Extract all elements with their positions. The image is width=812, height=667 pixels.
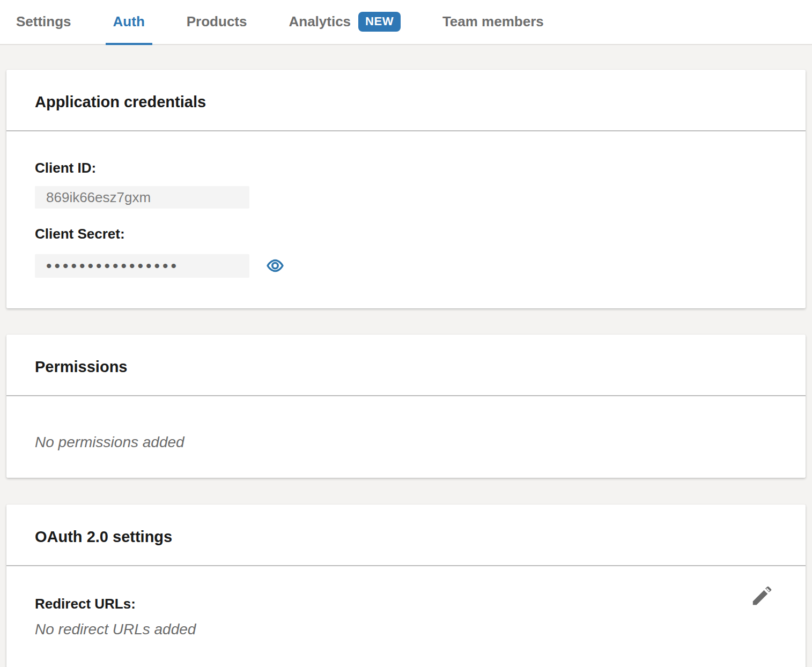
application-credentials-card: Application credentials Client ID: 869ik… [6,70,806,308]
tab-team-members-label: Team members [442,13,544,30]
oauth-settings-body: Redirect URLs: No redirect URLs added [6,566,806,667]
tab-settings-label: Settings [16,13,71,30]
oauth-settings-card: OAuth 2.0 settings Redirect URLs: No red… [6,505,806,667]
application-credentials-title: Application credentials [35,93,206,110]
tab-team-members[interactable]: Team members [435,0,551,45]
permissions-card: Permissions No permissions added [6,335,806,478]
application-credentials-header: Application credentials [6,70,806,131]
client-secret-label: Client Secret: [35,226,777,242]
edit-redirect-urls-button[interactable] [750,583,774,608]
client-secret-row: •••••••••••••••• [35,242,777,278]
permissions-body: No permissions added [6,396,806,478]
tab-products[interactable]: Products [179,0,255,45]
oauth-settings-title: OAuth 2.0 settings [35,528,172,545]
tab-auth[interactable]: Auth [106,0,152,45]
show-secret-button[interactable] [265,258,285,273]
client-secret-value: •••••••••••••••• [35,254,249,278]
tab-analytics[interactable]: Analytics NEW [281,0,408,45]
client-id-label: Client ID: [35,160,777,176]
oauth-settings-header: OAuth 2.0 settings [6,505,806,566]
permissions-title: Permissions [35,358,127,375]
pencil-icon [750,602,774,610]
tab-settings[interactable]: Settings [9,0,79,45]
eye-icon [265,266,285,275]
client-id-value: 869ik66esz7gxm [35,186,249,209]
tab-bar: Settings Auth Products Analytics NEW Tea… [0,0,812,45]
redirect-urls-label: Redirect URLs: [35,596,777,612]
new-badge: NEW [358,12,401,32]
application-credentials-body: Client ID: 869ik66esz7gxm Client Secret:… [6,131,806,308]
no-permissions-text: No permissions added [35,434,777,451]
tab-analytics-label: Analytics [289,13,351,30]
no-redirect-urls-text: No redirect URLs added [35,621,777,638]
tab-products-label: Products [187,13,247,30]
permissions-header: Permissions [6,335,806,396]
tab-auth-label: Auth [113,13,145,30]
